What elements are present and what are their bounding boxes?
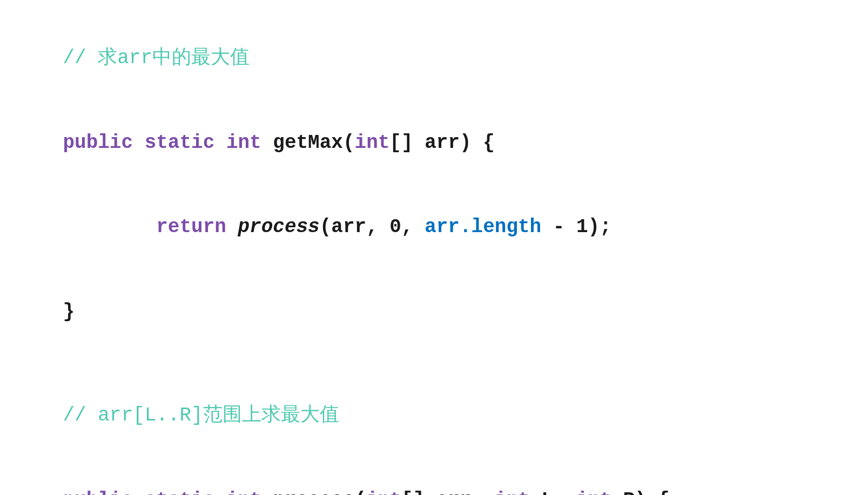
brace-close-1: } <box>63 301 75 323</box>
line-getmax-signature: public static int getMax(int[] arr) { <box>16 101 852 186</box>
line-process-signature: public static int process(int[] arr, int… <box>16 458 852 495</box>
arr-length: arr.length <box>425 216 541 238</box>
keyword-int-arr: int <box>355 132 390 154</box>
minus-1: - 1); <box>541 216 611 238</box>
keyword-static: static <box>145 132 226 154</box>
keyword-int-L: int <box>495 489 541 495</box>
line-brace-1: } <box>16 270 852 355</box>
keyword-int-R: int <box>576 489 623 495</box>
param-R: R) { <box>623 489 669 495</box>
func-process: process( <box>273 489 366 495</box>
line-comment-2: // arr[L..R]范围上求最大值 <box>16 374 852 458</box>
indent-1 <box>63 216 156 238</box>
param-L: L, <box>541 489 576 495</box>
comment-text-1: // 求arr中的最大值 <box>63 47 250 69</box>
process-args-1: (arr, 0, <box>320 216 425 238</box>
keyword-return-1: return <box>156 216 238 238</box>
keyword-static-2: static <box>145 489 226 495</box>
spacer-1 <box>16 354 852 374</box>
keyword-public: public <box>63 132 144 154</box>
func-getmax: getMax <box>273 132 343 154</box>
code-container: // 求arr中的最大值 public static int getMax(in… <box>0 0 868 495</box>
comment-text-2: // arr[L..R]范围上求最大值 <box>63 404 339 426</box>
line-return-process: return process(arr, 0, arr.length - 1); <box>16 185 852 270</box>
getmax-params: ( <box>343 132 355 154</box>
arr2-param: [] arr, <box>401 489 495 495</box>
keyword-int-return: int <box>226 132 273 154</box>
bracket-arr: [] arr) { <box>389 132 494 154</box>
keyword-int-arr2: int <box>366 489 401 495</box>
keyword-int-return-2: int <box>226 489 273 495</box>
italic-process-1: process <box>238 216 319 238</box>
keyword-public-2: public <box>63 489 144 495</box>
line-comment-1: // 求arr中的最大值 <box>16 16 852 101</box>
